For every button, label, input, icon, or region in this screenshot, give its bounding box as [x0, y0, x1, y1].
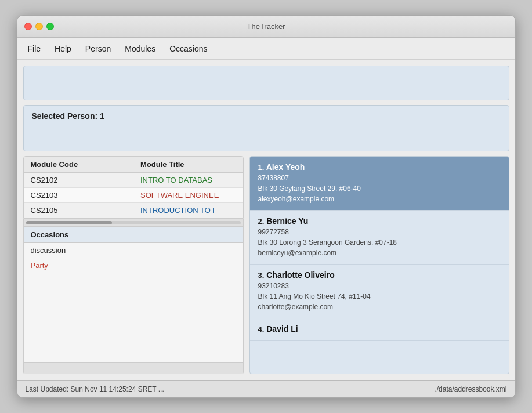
module-scrollbar[interactable] — [23, 219, 244, 227]
occasion-item-party[interactable]: Party — [24, 258, 243, 273]
contact-name-row: 3. Charlotte Oliveiro — [258, 270, 501, 280]
close-button[interactable] — [24, 23, 32, 30]
contact-card[interactable]: 4. David Li — [250, 318, 509, 341]
window-title: TheTracker — [247, 22, 285, 31]
module-code: CS2103 — [24, 188, 134, 202]
module-code: CS2102 — [24, 173, 134, 187]
selected-person-label: Selected Person: 1 — [23, 105, 509, 151]
contact-phone: 93210283 — [258, 281, 501, 291]
menu-help[interactable]: Help — [49, 42, 77, 56]
col-header-title: Module Title — [133, 157, 243, 172]
contact-index: 3. — [258, 271, 265, 280]
maximize-button[interactable] — [46, 23, 54, 30]
module-title: INTRODUCTION TO I — [133, 203, 243, 218]
contact-name: Alex Yeoh — [266, 162, 305, 172]
contact-name: David Li — [266, 324, 298, 334]
statusbar: Last Updated: Sun Nov 11 14:25:24 SRET .… — [17, 380, 515, 397]
traffic-lights — [24, 23, 54, 30]
scrollbar-thumb — [26, 221, 112, 224]
contact-card[interactable]: 2. Bernice Yu 99272758 Blk 30 Lorong 3 S… — [250, 211, 509, 265]
table-header: Module Code Module Title — [24, 157, 243, 173]
occasion-item-discussion[interactable]: discussion — [24, 243, 243, 258]
module-title: INTRO TO DATABAS — [133, 173, 243, 187]
menu-file[interactable]: File — [22, 42, 47, 56]
col-header-code: Module Code — [24, 157, 134, 172]
contact-card[interactable]: 3. Charlotte Oliveiro 93210283 Blk 11 An… — [250, 265, 509, 318]
menu-person[interactable]: Person — [79, 42, 117, 56]
contact-name-row: 4. David Li — [258, 324, 501, 334]
contact-index: 2. — [258, 217, 265, 226]
app-window: TheTracker File Help Person Modules Occa… — [17, 15, 516, 398]
statusbar-left: Last Updated: Sun Nov 11 14:25:24 SRET .… — [26, 385, 164, 393]
contact-index: 1. — [258, 163, 265, 172]
panels: Module Code Module Title CS2102 INTRO TO… — [23, 156, 509, 374]
menu-modules[interactable]: Modules — [119, 42, 161, 56]
contact-address: Blk 30 Geylang Street 29, #06-40 — [258, 183, 501, 194]
contact-card[interactable]: 1. Alex Yeoh 87438807 Blk 30 Geylang Str… — [250, 157, 509, 211]
menubar: File Help Person Modules Occasions — [17, 38, 515, 60]
module-title: SOFTWARE ENGINEE — [133, 188, 243, 202]
contacts-panel: 1. Alex Yeoh 87438807 Blk 30 Geylang Str… — [249, 156, 509, 374]
scrollbar-track — [26, 221, 241, 224]
contact-email: berniceyu@example.com — [258, 248, 501, 258]
menu-occasions[interactable]: Occasions — [164, 42, 213, 56]
contact-name-row: 2. Bernice Yu — [258, 216, 501, 226]
statusbar-right: ./data/addressbook.xml — [435, 385, 506, 393]
left-panel: Module Code Module Title CS2102 INTRO TO… — [23, 156, 244, 374]
contact-name: Charlotte Oliveiro — [266, 270, 334, 280]
main-content: Selected Person: 1 Module Code Module Ti… — [17, 60, 515, 380]
contact-name: Bernice Yu — [266, 216, 308, 226]
command-area[interactable] — [23, 66, 509, 100]
contact-address: Blk 30 Lorong 3 Serangoon Gardens, #07-1… — [258, 237, 501, 248]
contact-email: charlotte@example.com — [258, 302, 501, 312]
contact-address: Blk 11 Ang Mo Kio Street 74, #11-04 — [258, 291, 501, 302]
contact-index: 4. — [258, 325, 265, 334]
contact-email: alexyeoh@example.com — [258, 194, 501, 204]
occasions-header: Occasions — [24, 227, 243, 243]
table-row[interactable]: CS2102 INTRO TO DATABAS — [24, 173, 243, 188]
minimize-button[interactable] — [35, 23, 43, 30]
module-code: CS2105 — [24, 203, 134, 218]
occasions-section: Occasions discussion Party — [23, 227, 244, 374]
module-table: Module Code Module Title CS2102 INTRO TO… — [23, 156, 244, 219]
occasions-bottom-bar — [24, 362, 243, 374]
contact-phone: 99272758 — [258, 227, 501, 237]
contact-phone: 87438807 — [258, 173, 501, 183]
table-row[interactable]: CS2105 INTRODUCTION TO I — [24, 203, 243, 218]
contact-name-row: 1. Alex Yeoh — [258, 162, 501, 172]
titlebar: TheTracker — [17, 16, 515, 38]
table-row[interactable]: CS2103 SOFTWARE ENGINEE — [24, 188, 243, 203]
